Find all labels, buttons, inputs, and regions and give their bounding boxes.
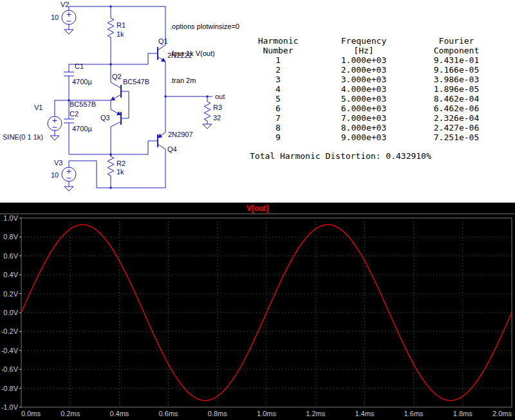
ground-icon — [64, 30, 73, 34]
fourier-row: 99.000e+037.251e-05 — [250, 132, 492, 142]
ground-icon — [64, 187, 73, 191]
fourier-cell: 7.000e+03 — [306, 113, 421, 123]
v3-name-label: V3 — [54, 159, 62, 167]
schematic-pane: V2 10 R1 1k Q1 2N2222 C1 4700µ Q2 BC547B… — [0, 0, 515, 203]
q2-type-label: BC547B — [123, 78, 149, 86]
c1-value-label: 4700µ — [72, 78, 92, 86]
fourier-cell: 8.462e-04 — [421, 94, 492, 104]
fourier-cell: 3.986e-03 — [421, 75, 492, 84]
component-r1[interactable] — [108, 6, 114, 64]
fourier-header-row2: Number [Hz] Component — [250, 46, 492, 55]
fourier-cell: 9.431e-01 — [421, 55, 492, 65]
fourier-cell: 3 — [250, 75, 306, 84]
component-q3[interactable] — [111, 109, 129, 156]
directive-line[interactable]: .tran 2m — [170, 76, 239, 85]
fourier-cell: 3.000e+03 — [306, 75, 421, 84]
x-tick-label: 1.8ms — [453, 410, 473, 417]
c2-name-label: C2 — [70, 110, 79, 118]
x-tick-label: 0.8ms — [208, 410, 227, 417]
fourier-row: 66.000e+036.462e-06 — [250, 104, 492, 113]
fourier-cell: 2 — [250, 65, 306, 75]
fourier-analysis-log: Harmonic Frequency Fourier Number [Hz] C… — [250, 36, 492, 161]
q4-name-label: Q4 — [167, 145, 177, 153]
v1-value-label: SINE(0 1 1k) — [3, 133, 43, 141]
fourier-cell: 8.000e+03 — [306, 123, 421, 132]
y-tick-label: 0.0V — [3, 309, 18, 316]
y-tick-label: 0.4V — [3, 271, 18, 278]
c1-name-label: C1 — [75, 62, 84, 70]
x-tick-label: 0.2ms — [61, 410, 80, 417]
fourier-cell: 1.896e-05 — [421, 84, 492, 94]
x-tick-label: 2.0ms — [492, 410, 512, 417]
waveform-pane[interactable]: V[out] 0.0ms0.2ms0.4ms0.6ms0.8ms1.0ms1.2… — [0, 203, 515, 420]
directive-line[interactable]: .options plotwinsize=0 — [170, 22, 239, 31]
fourier-cell: 6.462e-06 — [421, 104, 492, 113]
r2-value-label: 1k — [117, 168, 124, 176]
fourier-rows: 11.000e+039.431e-0122.000e+039.166e-0533… — [250, 55, 492, 142]
q2-name-label: Q2 — [112, 73, 122, 80]
y-tick-label: -0.8V — [1, 385, 19, 392]
fourier-header-row1: Harmonic Frequency Fourier — [250, 36, 492, 46]
ground-icon — [203, 124, 212, 129]
waveform-plot-canvas[interactable]: 0.0ms0.2ms0.4ms0.6ms0.8ms1.0ms1.2ms1.4ms… — [0, 214, 515, 420]
c2-value-label: 4700µ — [72, 125, 92, 132]
fourier-cell: 7 — [250, 113, 306, 123]
x-tick-label: 0.4ms — [109, 410, 129, 417]
component-r2[interactable] — [108, 154, 114, 188]
fourier-header-cell: Frequency — [306, 36, 421, 46]
fourier-cell: 7.251e-05 — [421, 132, 492, 142]
v1-name-label: V1 — [34, 104, 42, 111]
fourier-cell: 2.000e+03 — [306, 65, 421, 75]
v2-value-label: 10 — [51, 14, 59, 21]
fourier-cell: 1.000e+03 — [306, 55, 421, 65]
v2-name-label: V2 — [61, 1, 69, 8]
thd-line: Total Harmonic Distortion: 0.432910% — [250, 151, 492, 161]
q3-name-label: Q3 — [100, 114, 110, 122]
r1-name-label: R1 — [117, 21, 126, 29]
fourier-cell: 9.166e-05 — [421, 65, 492, 75]
v3-value-label: 10 — [51, 171, 59, 179]
fourier-row: 11.000e+039.431e-01 — [250, 55, 492, 65]
fourier-cell: 8 — [250, 123, 306, 132]
plot-title: V[out] — [0, 203, 515, 214]
directive-line[interactable]: .four 1k V(out) — [170, 49, 239, 58]
fourier-cell: 9 — [250, 132, 306, 142]
y-tick-label: 0.2V — [3, 290, 18, 298]
fourier-header-cell: Number — [250, 46, 306, 55]
component-v1[interactable] — [48, 100, 69, 140]
spice-directives[interactable]: .options plotwinsize=0 .four 1k V(out) .… — [170, 4, 239, 103]
fourier-row: 33.000e+033.986e-03 — [250, 75, 492, 84]
fourier-cell: 2.326e-04 — [421, 113, 492, 123]
fourier-row: 88.000e+032.427e-06 — [250, 123, 492, 132]
x-tick-label: 0.0ms — [21, 410, 41, 417]
fourier-cell: 6 — [250, 104, 306, 113]
component-v3[interactable] — [62, 161, 165, 191]
r3-value-label: 32 — [213, 114, 221, 122]
q3-type-label: BC557B — [70, 100, 96, 108]
y-tick-label: -0.6V — [1, 365, 19, 373]
x-tick-label: 1.4ms — [355, 410, 374, 417]
vout-trace — [21, 224, 512, 400]
fourier-row: 77.000e+032.326e-04 — [250, 113, 492, 123]
y-tick-label: 0.8V — [3, 233, 18, 241]
fourier-cell: 4 — [250, 84, 306, 94]
fourier-header-cell: Component — [421, 46, 492, 55]
y-tick-label: -1.0V — [1, 403, 19, 411]
fourier-row: 22.000e+039.166e-05 — [250, 65, 492, 75]
fourier-cell: 5 — [250, 94, 306, 104]
fourier-header-cell: Fourier — [421, 36, 492, 46]
fourier-cell: 2.427e-06 — [421, 123, 492, 132]
y-tick-label: -0.4V — [1, 347, 19, 354]
fourier-cell: 5.000e+03 — [306, 94, 421, 104]
fourier-row: 44.000e+031.896e-05 — [250, 84, 492, 94]
y-tick-label: 1.0V — [3, 214, 18, 222]
fourier-cell: 4.000e+03 — [306, 84, 421, 94]
x-tick-label: 1.6ms — [404, 410, 424, 417]
component-v2[interactable] — [62, 6, 165, 34]
x-tick-label: 1.0ms — [257, 410, 276, 417]
r2-name-label: R2 — [117, 160, 126, 167]
x-tick-label: 1.2ms — [306, 410, 325, 417]
q4-type-label: 2N2907 — [168, 131, 193, 138]
x-tick-label: 0.6ms — [159, 410, 178, 417]
y-tick-label: 0.6V — [3, 252, 18, 260]
